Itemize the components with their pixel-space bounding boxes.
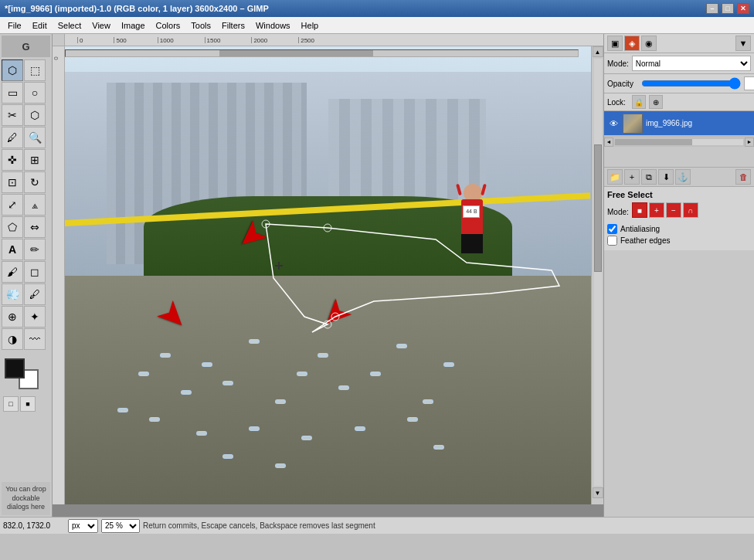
menu-view[interactable]: View xyxy=(87,19,115,32)
scroll-track-v[interactable] xyxy=(594,59,602,486)
canvas-corner xyxy=(53,34,65,46)
opacity-label: Opacity xyxy=(607,80,638,88)
color-picker-tool[interactable]: 🖊 xyxy=(2,127,23,148)
free-select-tool[interactable]: ⬡ xyxy=(2,59,23,81)
scroll-up-btn[interactable]: ▲ xyxy=(593,46,603,57)
opacity-slider[interactable] xyxy=(641,78,741,89)
rotate-tool[interactable]: ↻ xyxy=(24,171,46,193)
quick-mask-off[interactable]: □ xyxy=(3,396,19,412)
maximize-button[interactable]: □ xyxy=(722,3,734,14)
merge-layer-btn[interactable]: ⬇ xyxy=(658,169,674,185)
perspective-tool[interactable]: ⬠ xyxy=(2,216,23,238)
panel-icon-3[interactable]: ◉ xyxy=(641,36,657,51)
layers-scroll-left[interactable]: ◄ xyxy=(604,137,613,147)
layers-scroll-right[interactable]: ► xyxy=(745,137,754,147)
mode-add-btn[interactable]: + xyxy=(649,202,664,218)
scale-tool[interactable]: ⤢ xyxy=(2,194,23,216)
scroll-down-btn[interactable]: ▼ xyxy=(593,487,603,498)
align-tool[interactable]: ⊞ xyxy=(24,149,46,171)
heal-tool[interactable]: ✦ xyxy=(24,306,46,328)
shear-tool[interactable]: ⟁ xyxy=(24,194,46,216)
new-layer-btn[interactable]: + xyxy=(624,169,640,185)
paintbrush-tool[interactable]: 🖌 xyxy=(2,261,23,283)
bottle-22 xyxy=(433,445,444,450)
minimize-button[interactable]: – xyxy=(706,3,718,14)
bottle-12 xyxy=(396,344,407,348)
opacity-input[interactable] xyxy=(744,76,754,90)
lock-position-btn[interactable]: ⊕ xyxy=(649,95,663,109)
runner-arm-right xyxy=(481,184,487,196)
text-tool[interactable]: A xyxy=(2,239,23,260)
pencil-tool[interactable]: ✏ xyxy=(24,239,46,260)
photo-canvas[interactable]: 44 B ➤ ➤ ➤ xyxy=(65,46,591,504)
new-layer-group-btn[interactable]: 📁 xyxy=(607,169,623,185)
layers-hscroll[interactable]: ◄ ► xyxy=(604,136,754,147)
menu-windows[interactable]: Windows xyxy=(251,19,295,32)
ruler-mark-2500: 2500 xyxy=(298,37,314,43)
unit-select[interactable]: px in mm xyxy=(68,519,98,533)
ink-tool[interactable]: 🖋 xyxy=(24,283,46,305)
layer-eye-icon[interactable]: 👁 xyxy=(607,117,620,130)
scroll-thumb-h[interactable] xyxy=(219,50,373,56)
panel-collapse-btn[interactable]: ▼ xyxy=(735,36,751,51)
flip-tool[interactable]: ⇔ xyxy=(24,216,46,238)
mode-subtract-btn[interactable]: − xyxy=(666,202,681,218)
quick-mask-on[interactable]: ■ xyxy=(20,396,36,412)
feather-edges-checkbox[interactable] xyxy=(607,236,617,246)
menu-file[interactable]: File xyxy=(3,19,26,32)
layer-row-1[interactable]: 👁 img_9966.jpg xyxy=(604,111,754,136)
layers-scroll-area: ◄ ► xyxy=(604,136,754,167)
title-text: *[img_9966] (imported)-1.0 (RGB color, 1… xyxy=(5,4,269,13)
antialiasing-checkbox[interactable] xyxy=(607,224,617,234)
mode-select[interactable]: Normal Multiply Screen xyxy=(632,56,751,71)
foreground-color[interactable] xyxy=(5,358,25,378)
airbrush-tool[interactable]: 💨 xyxy=(2,283,23,305)
zoom-select[interactable]: 25 % 50 % 100 % xyxy=(101,519,140,533)
scissors-tool[interactable]: ✂ xyxy=(2,104,23,126)
duplicate-layer-btn[interactable]: ⧉ xyxy=(641,169,657,185)
rect-select-tool[interactable]: ▭ xyxy=(2,82,23,104)
lock-pixels-btn[interactable]: 🔒 xyxy=(632,95,646,109)
layers-scroll-track[interactable] xyxy=(615,139,743,145)
layers-scroll-thumb[interactable] xyxy=(615,139,692,145)
menu-help[interactable]: Help xyxy=(297,19,324,32)
smudge-tool[interactable]: 〰 xyxy=(24,328,46,350)
tool-row-7: ⤢ ⟁ xyxy=(2,194,50,216)
antialiasing-row: Antialiasing xyxy=(607,224,751,234)
dodge-burn-tool[interactable]: ◑ xyxy=(2,328,23,350)
canvas-vscroll[interactable]: ▲ ▼ xyxy=(591,46,603,504)
mode-replace-btn[interactable]: ■ xyxy=(632,202,647,218)
mode-intersect-btn[interactable]: ∩ xyxy=(683,202,698,218)
tool-mode-section: Mode: ■ + − ∩ xyxy=(607,202,751,221)
delete-layer-btn[interactable]: 🗑 xyxy=(735,169,751,185)
scroll-track-h[interactable] xyxy=(65,49,579,57)
bib-number: 44 B xyxy=(463,205,480,218)
panel-icon-1[interactable]: ▣ xyxy=(607,36,623,51)
menu-select[interactable]: Select xyxy=(53,19,87,32)
menu-tools[interactable]: Tools xyxy=(186,19,216,32)
ellipse-select-tool[interactable]: ○ xyxy=(24,82,46,104)
crop-tool[interactable]: ⊡ xyxy=(2,171,23,193)
menu-edit[interactable]: Edit xyxy=(28,19,52,32)
lock-row: Lock: 🔒 ⊕ xyxy=(604,93,754,111)
menu-colors[interactable]: Colors xyxy=(151,19,185,32)
clone-tool[interactable]: ⊕ xyxy=(2,306,23,328)
fuzzy-select-tool[interactable]: ⬚ xyxy=(24,59,46,81)
quick-mask-row: □ ■ xyxy=(2,395,50,413)
panel-icon-2[interactable]: ◈ xyxy=(624,36,640,51)
bottle-17 xyxy=(196,431,207,436)
foreground-select-tool[interactable]: ⬡ xyxy=(24,104,46,126)
tool-row-8: ⬠ ⇔ xyxy=(2,216,50,238)
eraser-tool[interactable]: ◻ xyxy=(24,261,46,283)
opacity-row: Opacity xyxy=(604,74,754,93)
menu-image[interactable]: Image xyxy=(117,19,150,32)
ruler-mark-500: 500 xyxy=(114,37,126,43)
zoom-tool[interactable]: 🔍 xyxy=(24,127,46,148)
anchor-layer-btn[interactable]: ⚓ xyxy=(675,169,691,185)
canvas-image-area[interactable]: 44 B ➤ ➤ ➤ xyxy=(65,46,591,504)
scroll-thumb-v[interactable] xyxy=(594,144,602,273)
close-button[interactable]: ✕ xyxy=(737,3,749,14)
layer-name: img_9966.jpg xyxy=(646,119,692,127)
move-tool[interactable]: ✜ xyxy=(2,149,23,171)
menu-filters[interactable]: Filters xyxy=(217,19,250,32)
